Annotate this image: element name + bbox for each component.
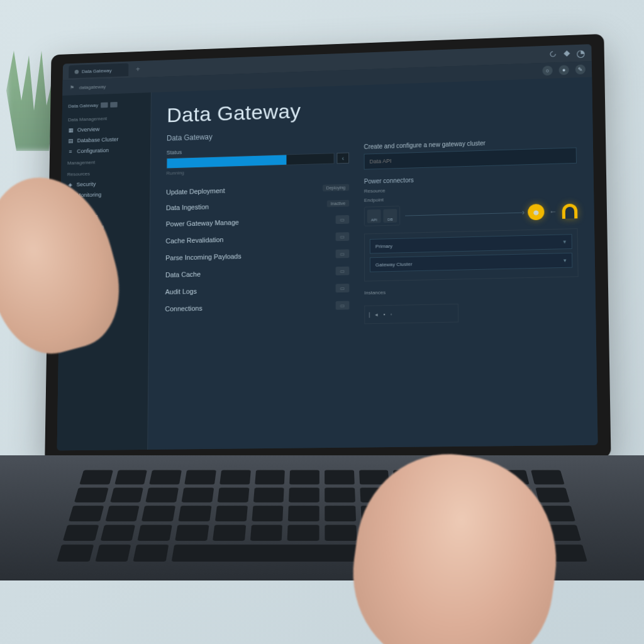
toggle-chip[interactable]: ▭ bbox=[336, 284, 350, 292]
url-text: datagateway bbox=[79, 84, 106, 90]
dropdown-label: Gateway Cluster bbox=[375, 261, 413, 267]
first-icon[interactable]: | bbox=[369, 311, 370, 318]
chevron-down-icon: ▾ bbox=[563, 238, 566, 245]
gateway-node-icon[interactable] bbox=[562, 204, 578, 219]
sidebar-header-label: Data Gateway bbox=[68, 103, 98, 109]
gateway-name-input[interactable] bbox=[364, 147, 577, 169]
toggle-chip[interactable]: ▭ bbox=[336, 301, 350, 309]
arrow-left-icon: ← bbox=[549, 207, 557, 216]
status-badge: Deploying bbox=[323, 184, 349, 191]
tab-favicon-icon bbox=[75, 69, 79, 74]
new-tab-button[interactable]: + bbox=[133, 64, 143, 74]
list-item-label: Cache Revalidation bbox=[165, 233, 335, 245]
search-icon[interactable]: ○ bbox=[542, 65, 552, 75]
diamond-icon bbox=[562, 49, 571, 58]
connector-source[interactable]: API DB bbox=[364, 206, 400, 226]
list-item-label: Audit Logs bbox=[165, 284, 336, 295]
list-item-label: Update Deployment bbox=[166, 184, 323, 196]
dropdown-group: Primary ▾ Gateway Cluster ▾ bbox=[364, 228, 579, 282]
main-content: Data Gateway Data Gateway Status ‹ Run bbox=[148, 77, 597, 449]
instances-toolbar: | ◂ ▪ ◦ bbox=[364, 304, 458, 324]
api-chip-icon: API bbox=[367, 209, 381, 223]
grid-icon: ▦ bbox=[68, 127, 74, 133]
toggle-chip[interactable]: ▭ bbox=[336, 267, 350, 275]
connector-diagram: API DB ☻ ← bbox=[364, 201, 578, 226]
left-column: Status ‹ Running Update Deployment bbox=[165, 144, 349, 328]
prev-icon[interactable]: ◂ bbox=[375, 311, 378, 318]
toggle-chip[interactable]: ▭ bbox=[336, 249, 350, 258]
sidebar-badge-icon bbox=[110, 102, 117, 108]
page-title: Data Gateway bbox=[167, 90, 576, 127]
database-icon: ▤ bbox=[68, 138, 74, 144]
sidebar-item-label: Database Cluster bbox=[77, 136, 119, 144]
connector-line bbox=[405, 212, 523, 216]
refresh-icon[interactable] bbox=[548, 50, 557, 58]
dropdown-label: Primary bbox=[375, 243, 392, 248]
list-item[interactable]: Connections ▭ bbox=[165, 297, 349, 318]
bars-icon: ≡ bbox=[67, 148, 74, 155]
lock-icon: ⚑ bbox=[69, 84, 75, 91]
list-item-label: Parse Incoming Payloads bbox=[165, 250, 336, 262]
background-plant bbox=[6, 50, 57, 151]
next-icon[interactable]: ◦ bbox=[391, 311, 392, 318]
status-badge: Inactive bbox=[327, 199, 349, 207]
list-item-label: Data Cache bbox=[165, 267, 336, 279]
warning-node-icon[interactable]: ☻ bbox=[528, 204, 545, 220]
right-column: Create and configure a new gateway clust… bbox=[364, 137, 579, 325]
list-item-label: Data Ingestion bbox=[166, 200, 327, 211]
play-icon[interactable]: ▪ bbox=[383, 311, 385, 318]
screen: Data Gateway + ◔ ⚑ datagateway ○ ● ✎ bbox=[57, 44, 598, 450]
sidebar-item-label: Security bbox=[77, 181, 96, 187]
list-item-label: Connections bbox=[165, 302, 335, 313]
app-frame: Data Gateway Data Management ▦ Overview … bbox=[57, 77, 598, 450]
db-chip-icon: DB bbox=[383, 209, 397, 223]
primary-dropdown[interactable]: Primary ▾ bbox=[370, 234, 572, 253]
sidebar-item-label: Configuration bbox=[77, 147, 109, 154]
extensions-icon[interactable]: ✎ bbox=[575, 64, 586, 74]
laptop-frame: Data Gateway + ◔ ⚑ datagateway ○ ● ✎ bbox=[45, 34, 611, 463]
chevron-down-icon: ▾ bbox=[564, 257, 567, 264]
toggle-chip[interactable]: ▭ bbox=[336, 215, 350, 224]
instances-label: Instances bbox=[364, 286, 579, 296]
list-item-label: Power Gateway Manage bbox=[166, 216, 336, 228]
sidebar-item-label: Overview bbox=[77, 126, 100, 133]
sidebar-badge-icon bbox=[101, 103, 108, 108]
toggle-chip[interactable]: ▭ bbox=[336, 232, 350, 241]
cluster-dropdown[interactable]: Gateway Cluster ▾ bbox=[370, 253, 572, 272]
progress-chevron-button[interactable]: ‹ bbox=[336, 152, 349, 164]
profile-icon[interactable]: ● bbox=[559, 65, 569, 75]
browser-tab[interactable]: Data Gateway bbox=[69, 63, 128, 78]
feature-list: Update Deployment Deploying Data Ingesti… bbox=[165, 179, 349, 318]
progress-fill bbox=[167, 155, 286, 168]
bell-icon[interactable]: ◔ bbox=[576, 48, 585, 57]
tab-label: Data Gateway bbox=[82, 67, 112, 74]
